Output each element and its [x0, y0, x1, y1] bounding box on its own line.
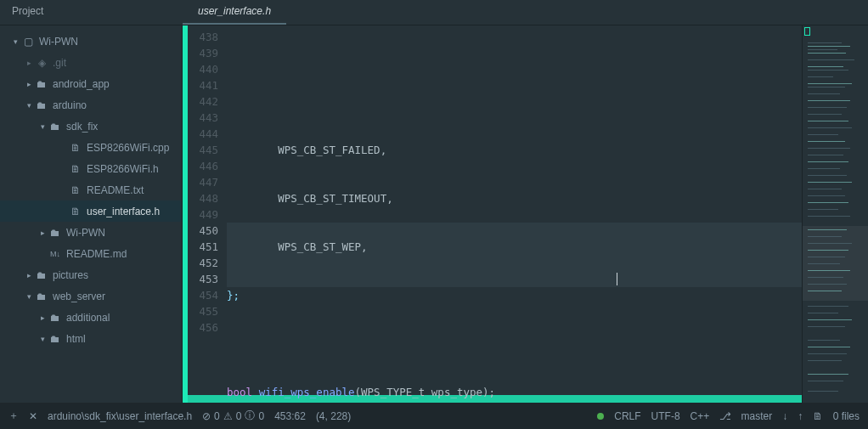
- tree-arduino[interactable]: ▾🖿arduino: [0, 94, 182, 116]
- minimap[interactable]: [802, 25, 868, 403]
- status-path[interactable]: arduino\sdk_fix\user_interface.h: [48, 410, 192, 422]
- status-diagnostics[interactable]: ⊘0 ⚠0 ⓘ0: [202, 409, 264, 423]
- tree-html[interactable]: ▾🖿html: [0, 328, 182, 349]
- status-selection[interactable]: (4, 228): [316, 410, 351, 422]
- close-button[interactable]: ✕: [29, 410, 37, 422]
- status-files[interactable]: 🗎 0 files: [813, 410, 860, 422]
- project-tree[interactable]: ▾▢Wi-PWN ▸◈.git ▸🖿android_app ▾🖿arduino …: [0, 25, 183, 403]
- selection-highlight: [227, 271, 802, 287]
- line-number: 446: [188, 158, 218, 174]
- warning-icon: ⚠: [223, 410, 233, 422]
- line-number: 443: [188, 110, 218, 126]
- tree-label: web_server: [53, 291, 105, 302]
- file-tab-user-interface[interactable]: user_interface.h: [183, 0, 286, 25]
- git-pull-icon[interactable]: ↑: [798, 410, 803, 422]
- folder-icon: 🖿: [48, 333, 63, 345]
- tree-label: Wi-PWN: [39, 36, 78, 48]
- status-encoding[interactable]: UTF-8: [651, 410, 680, 422]
- add-button[interactable]: ＋: [8, 409, 19, 423]
- project-panel-tab[interactable]: Project: [0, 0, 183, 25]
- selection-highlight: [227, 223, 802, 239]
- tree-additional[interactable]: ▸🖿additional: [0, 307, 182, 328]
- chevron-down-icon: ▾: [37, 335, 48, 343]
- tree-label: html: [66, 333, 86, 345]
- chevron-down-icon: ▾: [24, 292, 34, 301]
- chevron-down-icon: ▾: [24, 101, 34, 110]
- tree-file-readme-txt[interactable]: 🗎README.txt: [0, 179, 182, 200]
- folder-icon: 🖿: [34, 99, 49, 111]
- status-bar: ＋ ✕ arduino\sdk_fix\user_interface.h ⊘0 …: [0, 403, 868, 429]
- code-line: WPS_CB_ST_TIMEOUT,: [227, 190, 802, 206]
- tree-pictures[interactable]: ▸🖿pictures: [0, 264, 182, 285]
- chevron-right-icon: ▸: [24, 59, 34, 67]
- line-number: 441: [188, 77, 218, 93]
- line-number: 449: [188, 206, 218, 223]
- line-number: 455: [188, 303, 218, 319]
- chevron-right-icon: ▸: [37, 229, 48, 237]
- line-number: 440: [188, 61, 218, 77]
- tree-label: android_app: [53, 78, 110, 90]
- git-icon: ◈: [34, 57, 49, 69]
- line-number: 442: [188, 93, 218, 110]
- tab-bar: Project user_interface.h: [0, 0, 868, 25]
- file-icon: 🗎: [813, 410, 823, 422]
- tree-label: README.txt: [87, 184, 144, 196]
- line-number: 452: [188, 255, 218, 271]
- chevron-right-icon: ▸: [37, 313, 48, 322]
- status-language[interactable]: C++: [690, 410, 710, 422]
- code-line: };: [227, 287, 802, 303]
- markdown-icon: M↓: [48, 250, 63, 258]
- tree-sdk-fix[interactable]: ▾🖿sdk_fix: [0, 116, 182, 137]
- editor-pane: 438 439 440 441 442 443 444 445 446 447 …: [183, 25, 868, 403]
- line-number: 451: [188, 239, 218, 255]
- code-content[interactable]: WPS_CB_ST_FAILED, WPS_CB_ST_TIMEOUT, WPS…: [227, 25, 802, 403]
- git-push-icon[interactable]: ↓: [782, 410, 787, 422]
- tree-file-esp-cpp[interactable]: 🗎ESP8266WiFi.cpp: [0, 137, 182, 158]
- line-number: 450: [188, 223, 218, 239]
- folder-icon: 🖿: [34, 291, 49, 302]
- file-icon: 🗎: [68, 163, 83, 175]
- status-line-ending[interactable]: CRLF: [614, 410, 640, 422]
- chevron-down-icon: ▾: [37, 122, 48, 131]
- code-line: WPS_CB_ST_FAILED,: [227, 142, 802, 158]
- files-count: 0 files: [833, 410, 860, 422]
- minimap-cursor-icon: [804, 27, 810, 36]
- tree-file-user-interface[interactable]: 🗎user_interface.h: [0, 200, 182, 222]
- line-number: 444: [188, 126, 218, 142]
- folder-icon: 🖿: [48, 312, 63, 324]
- chevron-right-icon: ▸: [24, 80, 34, 88]
- folder-icon: 🖿: [34, 269, 49, 281]
- tree-label: arduino: [53, 99, 87, 111]
- main-area: ▾▢Wi-PWN ▸◈.git ▸🖿android_app ▾🖿arduino …: [0, 25, 868, 403]
- tree-wi-pwn-sub[interactable]: ▸🖿Wi-PWN: [0, 222, 182, 243]
- error-count: 0: [214, 410, 220, 422]
- tree-file-esp-h[interactable]: 🗎ESP8266WiFi.h: [0, 158, 182, 179]
- info-count: 0: [258, 410, 264, 422]
- file-icon: 🗎: [68, 142, 83, 154]
- file-icon: 🗎: [68, 184, 83, 196]
- tree-web-server[interactable]: ▾🖿web_server: [0, 285, 182, 307]
- cursor-caret: [617, 273, 617, 285]
- tree-label: additional: [66, 312, 110, 324]
- status-cursor-pos[interactable]: 453:62: [274, 410, 306, 422]
- line-number: 454: [188, 287, 218, 303]
- line-number-gutter[interactable]: 438 439 440 441 442 443 444 445 446 447 …: [188, 25, 227, 403]
- tree-readme-md[interactable]: M↓README.md: [0, 243, 182, 264]
- git-branch-icon: ⎇: [719, 410, 731, 422]
- tree-label: ESP8266WiFi.h: [87, 163, 159, 175]
- tree-android-app[interactable]: ▸🖿android_app: [0, 73, 182, 94]
- status-encoding-group: [597, 413, 604, 420]
- info-icon: ⓘ: [245, 409, 255, 423]
- chevron-down-icon: ▾: [10, 37, 20, 46]
- selection-highlight: [227, 255, 802, 271]
- line-number: 453: [188, 271, 218, 287]
- tree-label: .git: [53, 57, 66, 69]
- line-number: 447: [188, 174, 218, 190]
- branch-name: master: [741, 410, 773, 422]
- tree-label: ESP8266WiFi.cpp: [87, 142, 169, 154]
- package-icon: ▢: [20, 36, 36, 48]
- warning-count: 0: [236, 410, 242, 422]
- status-branch[interactable]: ⎇ master: [719, 410, 772, 422]
- tree-root[interactable]: ▾▢Wi-PWN: [0, 31, 182, 52]
- tree-git[interactable]: ▸◈.git: [0, 52, 182, 73]
